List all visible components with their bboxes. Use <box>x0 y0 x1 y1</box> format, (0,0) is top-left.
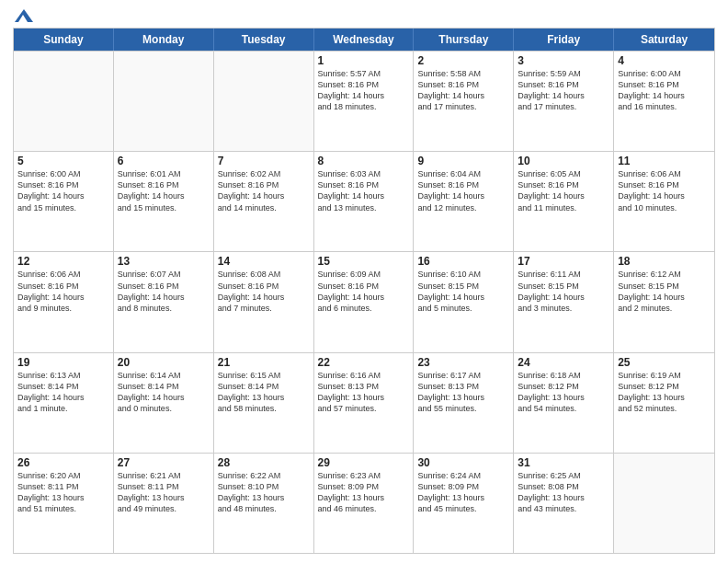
day-info: Sunrise: 6:07 AM Sunset: 8:16 PM Dayligh… <box>118 269 210 314</box>
day-info: Sunrise: 6:00 AM Sunset: 8:16 PM Dayligh… <box>618 68 711 113</box>
day-info: Sunrise: 6:18 AM Sunset: 8:12 PM Dayligh… <box>518 370 609 415</box>
day-info: Sunrise: 6:21 AM Sunset: 8:11 PM Dayligh… <box>118 470 210 515</box>
calendar-row: 12Sunrise: 6:06 AM Sunset: 8:16 PM Dayli… <box>14 251 714 351</box>
calendar-cell: 1Sunrise: 5:57 AM Sunset: 8:16 PM Daylig… <box>314 52 415 151</box>
calendar-cell: 23Sunrise: 6:17 AM Sunset: 8:13 PM Dayli… <box>414 353 514 453</box>
calendar-cell: 14Sunrise: 6:08 AM Sunset: 8:16 PM Dayli… <box>214 252 314 351</box>
calendar-cell: 8Sunrise: 6:03 AM Sunset: 8:16 PM Daylig… <box>314 152 415 251</box>
calendar-cell: 9Sunrise: 6:04 AM Sunset: 8:16 PM Daylig… <box>414 152 514 251</box>
day-number: 19 <box>17 356 109 369</box>
calendar-cell: 19Sunrise: 6:13 AM Sunset: 8:14 PM Dayli… <box>14 353 114 453</box>
day-info: Sunrise: 6:00 AM Sunset: 8:16 PM Dayligh… <box>17 168 109 213</box>
day-number: 10 <box>518 155 609 167</box>
calendar-cell: 20Sunrise: 6:14 AM Sunset: 8:14 PM Dayli… <box>114 353 214 453</box>
calendar-cell <box>114 52 214 151</box>
day-info: Sunrise: 6:11 AM Sunset: 8:15 PM Dayligh… <box>518 269 609 314</box>
logo-icon <box>15 9 33 24</box>
day-number: 11 <box>618 155 711 167</box>
calendar-cell: 27Sunrise: 6:21 AM Sunset: 8:11 PM Dayli… <box>114 454 214 553</box>
calendar-cell: 26Sunrise: 6:20 AM Sunset: 8:11 PM Dayli… <box>14 454 114 553</box>
day-number: 31 <box>518 456 609 469</box>
day-number: 13 <box>118 255 210 268</box>
calendar-cell: 7Sunrise: 6:02 AM Sunset: 8:16 PM Daylig… <box>214 152 314 251</box>
day-info: Sunrise: 6:06 AM Sunset: 8:16 PM Dayligh… <box>618 168 711 213</box>
calendar-row: 1Sunrise: 5:57 AM Sunset: 8:16 PM Daylig… <box>14 51 714 151</box>
day-info: Sunrise: 6:09 AM Sunset: 8:16 PM Dayligh… <box>318 269 410 314</box>
calendar-cell: 25Sunrise: 6:19 AM Sunset: 8:12 PM Dayli… <box>614 353 714 453</box>
calendar-cell: 2Sunrise: 5:58 AM Sunset: 8:16 PM Daylig… <box>414 52 514 151</box>
weekday-header: Monday <box>114 29 214 51</box>
calendar: SundayMondayTuesdayWednesdayThursdayFrid… <box>13 28 715 554</box>
weekday-header: Tuesday <box>214 29 314 51</box>
day-info: Sunrise: 6:22 AM Sunset: 8:10 PM Dayligh… <box>218 470 310 515</box>
day-number: 5 <box>17 155 109 167</box>
day-info: Sunrise: 6:05 AM Sunset: 8:16 PM Dayligh… <box>518 168 609 213</box>
header <box>13 9 715 22</box>
calendar-cell: 17Sunrise: 6:11 AM Sunset: 8:15 PM Dayli… <box>514 252 614 351</box>
calendar-cell: 10Sunrise: 6:05 AM Sunset: 8:16 PM Dayli… <box>514 152 614 251</box>
day-number: 2 <box>417 54 509 67</box>
calendar-row: 19Sunrise: 6:13 AM Sunset: 8:14 PM Dayli… <box>14 352 714 453</box>
calendar-cell: 15Sunrise: 6:09 AM Sunset: 8:16 PM Dayli… <box>314 252 415 351</box>
day-info: Sunrise: 6:01 AM Sunset: 8:16 PM Dayligh… <box>118 168 210 213</box>
day-info: Sunrise: 6:06 AM Sunset: 8:16 PM Dayligh… <box>17 269 109 314</box>
day-info: Sunrise: 6:24 AM Sunset: 8:09 PM Dayligh… <box>417 470 509 515</box>
weekday-header: Saturday <box>614 29 714 51</box>
day-info: Sunrise: 6:20 AM Sunset: 8:11 PM Dayligh… <box>17 470 109 515</box>
day-info: Sunrise: 6:15 AM Sunset: 8:14 PM Dayligh… <box>218 370 310 415</box>
day-number: 22 <box>318 356 410 369</box>
day-number: 9 <box>417 155 509 167</box>
day-number: 24 <box>518 356 609 369</box>
calendar-cell: 28Sunrise: 6:22 AM Sunset: 8:10 PM Dayli… <box>214 454 314 553</box>
weekday-header: Sunday <box>14 29 114 51</box>
day-info: Sunrise: 6:10 AM Sunset: 8:15 PM Dayligh… <box>417 269 509 314</box>
day-number: 29 <box>318 456 410 469</box>
day-number: 3 <box>518 54 609 67</box>
day-number: 26 <box>17 456 109 469</box>
calendar-cell: 3Sunrise: 5:59 AM Sunset: 8:16 PM Daylig… <box>514 52 614 151</box>
day-info: Sunrise: 5:58 AM Sunset: 8:16 PM Dayligh… <box>417 68 509 113</box>
day-info: Sunrise: 6:14 AM Sunset: 8:14 PM Dayligh… <box>118 370 210 415</box>
day-info: Sunrise: 5:59 AM Sunset: 8:16 PM Dayligh… <box>518 68 609 113</box>
day-number: 18 <box>618 255 711 268</box>
day-number: 7 <box>218 155 310 167</box>
day-number: 12 <box>17 255 109 268</box>
logo <box>13 9 33 22</box>
day-number: 8 <box>318 155 410 167</box>
day-number: 28 <box>218 456 310 469</box>
calendar-cell: 11Sunrise: 6:06 AM Sunset: 8:16 PM Dayli… <box>614 152 714 251</box>
day-info: Sunrise: 6:23 AM Sunset: 8:09 PM Dayligh… <box>318 470 410 515</box>
calendar-cell: 18Sunrise: 6:12 AM Sunset: 8:15 PM Dayli… <box>614 252 714 351</box>
calendar-cell: 5Sunrise: 6:00 AM Sunset: 8:16 PM Daylig… <box>14 152 114 251</box>
weekday-header: Wednesday <box>314 29 415 51</box>
day-info: Sunrise: 6:12 AM Sunset: 8:15 PM Dayligh… <box>618 269 711 314</box>
day-number: 21 <box>218 356 310 369</box>
day-info: Sunrise: 6:25 AM Sunset: 8:08 PM Dayligh… <box>518 470 609 515</box>
calendar-cell: 31Sunrise: 6:25 AM Sunset: 8:08 PM Dayli… <box>514 454 614 553</box>
calendar-cell: 21Sunrise: 6:15 AM Sunset: 8:14 PM Dayli… <box>214 353 314 453</box>
calendar-cell <box>14 52 114 151</box>
calendar-body: 1Sunrise: 5:57 AM Sunset: 8:16 PM Daylig… <box>14 51 714 553</box>
calendar-header: SundayMondayTuesdayWednesdayThursdayFrid… <box>14 29 714 51</box>
calendar-cell: 4Sunrise: 6:00 AM Sunset: 8:16 PM Daylig… <box>614 52 714 151</box>
calendar-cell: 6Sunrise: 6:01 AM Sunset: 8:16 PM Daylig… <box>114 152 214 251</box>
day-info: Sunrise: 6:17 AM Sunset: 8:13 PM Dayligh… <box>417 370 509 415</box>
calendar-cell <box>614 454 714 553</box>
day-number: 30 <box>417 456 509 469</box>
day-number: 17 <box>518 255 609 268</box>
day-number: 25 <box>618 356 711 369</box>
calendar-cell: 30Sunrise: 6:24 AM Sunset: 8:09 PM Dayli… <box>414 454 514 553</box>
day-number: 20 <box>118 356 210 369</box>
day-info: Sunrise: 6:03 AM Sunset: 8:16 PM Dayligh… <box>318 168 410 213</box>
day-number: 15 <box>318 255 410 268</box>
calendar-cell: 24Sunrise: 6:18 AM Sunset: 8:12 PM Dayli… <box>514 353 614 453</box>
day-info: Sunrise: 6:02 AM Sunset: 8:16 PM Dayligh… <box>218 168 310 213</box>
weekday-header: Thursday <box>414 29 514 51</box>
day-info: Sunrise: 6:04 AM Sunset: 8:16 PM Dayligh… <box>417 168 509 213</box>
calendar-cell: 13Sunrise: 6:07 AM Sunset: 8:16 PM Dayli… <box>114 252 214 351</box>
day-number: 4 <box>618 54 711 67</box>
calendar-cell <box>214 52 314 151</box>
day-info: Sunrise: 6:16 AM Sunset: 8:13 PM Dayligh… <box>318 370 410 415</box>
day-number: 23 <box>417 356 509 369</box>
calendar-cell: 22Sunrise: 6:16 AM Sunset: 8:13 PM Dayli… <box>314 353 415 453</box>
